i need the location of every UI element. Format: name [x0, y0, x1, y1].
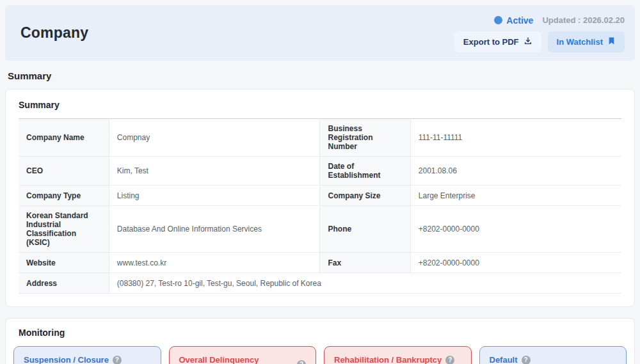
help-icon[interactable]: ? [113, 356, 122, 364]
status-badge: Active [494, 15, 533, 26]
field-value: Compnay [109, 119, 320, 157]
table-row: Website www.test.co.kr Fax +8202-0000-00… [19, 253, 621, 273]
table-row: Company Type Listing Company Size Large … [19, 186, 621, 206]
in-watchlist-label: In Watchlist [557, 37, 603, 47]
field-value: Database And Online Information Services [109, 206, 320, 253]
header-right: Active Updated : 2026.02.20 Export to PD… [454, 14, 625, 52]
monitor-card-suspension-closure: Suspension / Closure ? Normal [13, 346, 161, 364]
page: Company Active Updated : 2026.02.20 Expo… [0, 0, 640, 364]
field-label: Business Registration Number [320, 119, 410, 157]
field-value: Kim, Test [109, 157, 320, 186]
monitor-card-overall-delinquency: Overall Delinquency Information ? 1 Case… [169, 346, 317, 364]
field-label: Website [19, 253, 109, 273]
field-label: Date of Establishment [320, 157, 410, 186]
monitoring-grid: Suspension / Closure ? Normal Overall De… [13, 346, 627, 364]
help-icon[interactable]: ? [445, 356, 454, 364]
summary-card: Summary Company Name Compnay Business Re… [5, 89, 635, 307]
field-label: CEO [19, 157, 109, 186]
table-row: Korean Standard Industrial Classificatio… [19, 206, 621, 253]
field-label: Company Size [320, 186, 410, 206]
field-value: 111-11-11111 [410, 119, 621, 157]
field-value: (08380) 27, Test-ro 10-gil, Test-gu, Seo… [109, 273, 621, 294]
field-label: Phone [320, 206, 410, 253]
header-buttons: Export to PDF In Watchlist [454, 31, 625, 52]
field-value: +8202-0000-0000 [410, 253, 621, 273]
field-label: Fax [320, 253, 410, 273]
help-icon[interactable]: ? [522, 356, 531, 364]
table-row: Company Name Compnay Business Registrati… [19, 119, 621, 157]
in-watchlist-button[interactable]: In Watchlist [548, 31, 625, 52]
page-title: Company [20, 24, 88, 42]
bookmark-icon [607, 36, 616, 47]
export-pdf-label: Export to PDF [463, 37, 519, 47]
monitor-card-default: Default ? 0 Case(s) [479, 346, 627, 364]
field-value: 2001.08.06 [410, 157, 621, 186]
field-label: Company Type [19, 186, 109, 206]
field-value: www.test.co.kr [109, 253, 320, 273]
updated-timestamp: Updated : 2026.02.20 [542, 15, 625, 25]
help-icon[interactable]: ? [297, 360, 306, 364]
field-label: Company Name [19, 119, 109, 157]
download-icon [524, 36, 532, 47]
monitor-card-title: Default [490, 355, 518, 364]
summary-section-heading: Summary [8, 70, 632, 81]
status-label: Active [506, 15, 533, 26]
table-row: Address (08380) 27, Test-ro 10-gil, Test… [19, 273, 621, 294]
status-dot-icon [494, 16, 502, 24]
field-label: Address [19, 273, 109, 294]
field-value: Large Enterprise [410, 186, 621, 206]
field-value: Listing [109, 186, 320, 206]
monitor-card-rehabilitation-bankruptcy: Rehabilitation / Bankruptcy ? 1 Case(s) [324, 346, 472, 364]
summary-card-title: Summary [19, 100, 621, 110]
monitoring-card-title: Monitoring [19, 328, 627, 338]
summary-table: Company Name Compnay Business Registrati… [19, 118, 621, 294]
monitor-card-title: Rehabilitation / Bankruptcy [334, 355, 442, 364]
status-row: Active Updated : 2026.02.20 [494, 15, 625, 26]
table-row: CEO Kim, Test Date of Establishment 2001… [19, 157, 621, 186]
header: Company Active Updated : 2026.02.20 Expo… [5, 5, 635, 61]
field-label: Korean Standard Industrial Classificatio… [19, 206, 109, 253]
field-value: +8202-0000-0000 [410, 206, 621, 253]
monitor-card-title: Suspension / Closure [24, 355, 109, 364]
monitoring-card: Monitoring Suspension / Closure ? Normal… [5, 318, 635, 364]
monitor-card-title: Overall Delinquency Information [179, 355, 294, 364]
export-pdf-button[interactable]: Export to PDF [454, 31, 541, 52]
